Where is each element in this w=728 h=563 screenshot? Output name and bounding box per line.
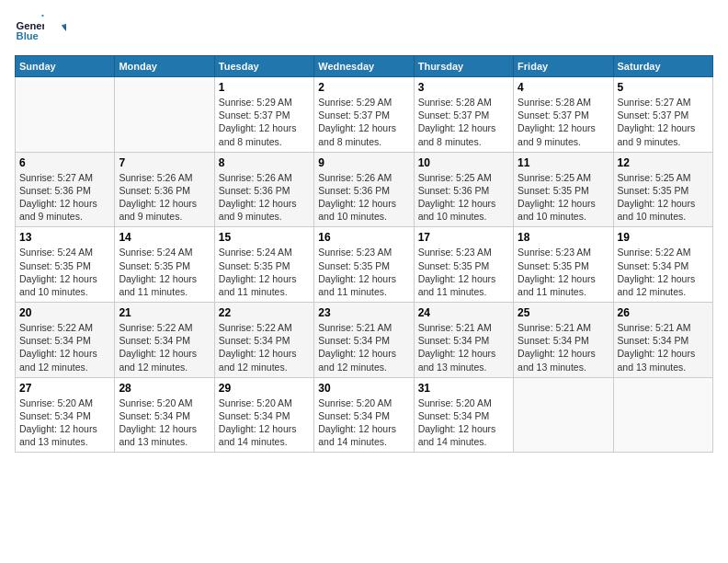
calendar-cell: 31Sunrise: 5:20 AM Sunset: 5:34 PM Dayli…	[414, 377, 513, 453]
calendar-week-5: 27Sunrise: 5:20 AM Sunset: 5:34 PM Dayli…	[16, 377, 713, 453]
day-number: 30	[318, 382, 409, 395]
day-number: 22	[219, 306, 310, 319]
calendar-cell: 30Sunrise: 5:20 AM Sunset: 5:34 PM Dayli…	[314, 377, 414, 453]
calendar-cell: 1Sunrise: 5:29 AM Sunset: 5:37 PM Daylig…	[214, 77, 313, 153]
day-info: Sunrise: 5:23 AM Sunset: 5:35 PM Dayligh…	[418, 246, 509, 298]
day-info: Sunrise: 5:27 AM Sunset: 5:37 PM Dayligh…	[618, 96, 709, 148]
calendar-cell: 24Sunrise: 5:21 AM Sunset: 5:34 PM Dayli…	[414, 303, 513, 378]
calendar-cell: 26Sunrise: 5:21 AM Sunset: 5:34 PM Dayli…	[613, 303, 712, 378]
day-number: 21	[119, 306, 210, 319]
day-info: Sunrise: 5:25 AM Sunset: 5:35 PM Dayligh…	[518, 171, 609, 224]
calendar-cell: 2Sunrise: 5:29 AM Sunset: 5:37 PM Daylig…	[314, 77, 414, 153]
day-number: 12	[618, 156, 709, 169]
logo-icon: General Blue	[15, 15, 44, 44]
calendar-cell: 17Sunrise: 5:23 AM Sunset: 5:35 PM Dayli…	[414, 227, 513, 303]
day-number: 16	[318, 231, 409, 244]
day-info: Sunrise: 5:27 AM Sunset: 5:36 PM Dayligh…	[19, 171, 110, 224]
svg-text:General: General	[17, 20, 44, 31]
calendar-cell: 15Sunrise: 5:24 AM Sunset: 5:35 PM Dayli…	[214, 227, 313, 303]
calendar-cell: 16Sunrise: 5:23 AM Sunset: 5:35 PM Dayli…	[314, 227, 414, 303]
day-number: 11	[518, 156, 609, 169]
day-info: Sunrise: 5:29 AM Sunset: 5:37 PM Dayligh…	[318, 96, 409, 148]
day-number: 4	[518, 81, 609, 94]
day-number: 2	[318, 81, 409, 94]
calendar-body: 1Sunrise: 5:29 AM Sunset: 5:37 PM Daylig…	[16, 77, 713, 453]
calendar-cell: 11Sunrise: 5:25 AM Sunset: 5:35 PM Dayli…	[514, 152, 613, 227]
day-number: 26	[618, 306, 709, 319]
column-header-monday: Monday	[115, 56, 214, 77]
calendar-week-2: 6Sunrise: 5:27 AM Sunset: 5:36 PM Daylig…	[16, 152, 713, 227]
calendar-cell	[613, 377, 712, 453]
day-number: 15	[219, 231, 310, 244]
svg-text:Blue: Blue	[17, 30, 39, 41]
day-number: 9	[318, 156, 409, 169]
day-number: 23	[318, 306, 409, 319]
day-number: 31	[418, 382, 509, 395]
day-number: 6	[19, 156, 110, 169]
day-number: 7	[119, 156, 210, 169]
svg-marker-2	[41, 15, 44, 17]
svg-marker-4	[63, 27, 66, 31]
calendar-cell: 20Sunrise: 5:22 AM Sunset: 5:34 PM Dayli…	[16, 303, 115, 378]
calendar-header-row: SundayMondayTuesdayWednesdayThursdayFrid…	[16, 56, 713, 77]
day-number: 10	[418, 156, 509, 169]
day-info: Sunrise: 5:20 AM Sunset: 5:34 PM Dayligh…	[318, 396, 409, 449]
day-info: Sunrise: 5:20 AM Sunset: 5:34 PM Dayligh…	[19, 396, 110, 449]
day-number: 25	[518, 306, 609, 319]
calendar-cell: 18Sunrise: 5:23 AM Sunset: 5:35 PM Dayli…	[514, 227, 613, 303]
column-header-wednesday: Wednesday	[314, 56, 414, 77]
day-info: Sunrise: 5:29 AM Sunset: 5:37 PM Dayligh…	[219, 96, 310, 148]
day-info: Sunrise: 5:20 AM Sunset: 5:34 PM Dayligh…	[219, 396, 310, 449]
calendar-cell: 6Sunrise: 5:27 AM Sunset: 5:36 PM Daylig…	[16, 152, 115, 227]
calendar-week-1: 1Sunrise: 5:29 AM Sunset: 5:37 PM Daylig…	[16, 77, 713, 153]
day-number: 19	[618, 231, 709, 244]
day-number: 28	[119, 382, 210, 395]
day-number: 24	[418, 306, 509, 319]
calendar-cell: 12Sunrise: 5:25 AM Sunset: 5:35 PM Dayli…	[613, 152, 712, 227]
day-info: Sunrise: 5:24 AM Sunset: 5:35 PM Dayligh…	[219, 246, 310, 298]
column-header-friday: Friday	[514, 56, 613, 77]
calendar-cell: 29Sunrise: 5:20 AM Sunset: 5:34 PM Dayli…	[214, 377, 313, 453]
calendar-table: SundayMondayTuesdayWednesdayThursdayFrid…	[15, 55, 713, 453]
calendar-cell: 14Sunrise: 5:24 AM Sunset: 5:35 PM Dayli…	[115, 227, 214, 303]
day-info: Sunrise: 5:26 AM Sunset: 5:36 PM Dayligh…	[119, 171, 210, 224]
day-info: Sunrise: 5:23 AM Sunset: 5:35 PM Dayligh…	[318, 246, 409, 298]
column-header-tuesday: Tuesday	[214, 56, 313, 77]
day-info: Sunrise: 5:21 AM Sunset: 5:34 PM Dayligh…	[418, 321, 509, 373]
calendar-cell: 19Sunrise: 5:22 AM Sunset: 5:34 PM Dayli…	[613, 227, 712, 303]
calendar-cell	[16, 77, 115, 153]
day-info: Sunrise: 5:26 AM Sunset: 5:36 PM Dayligh…	[318, 171, 409, 224]
logo: General Blue	[15, 15, 66, 44]
day-info: Sunrise: 5:20 AM Sunset: 5:34 PM Dayligh…	[119, 396, 210, 449]
day-info: Sunrise: 5:21 AM Sunset: 5:34 PM Dayligh…	[618, 321, 709, 373]
calendar-cell: 3Sunrise: 5:28 AM Sunset: 5:37 PM Daylig…	[414, 77, 513, 153]
day-info: Sunrise: 5:21 AM Sunset: 5:34 PM Dayligh…	[318, 321, 409, 373]
day-number: 29	[219, 382, 310, 395]
column-header-sunday: Sunday	[16, 56, 115, 77]
calendar-cell: 9Sunrise: 5:26 AM Sunset: 5:36 PM Daylig…	[314, 152, 414, 227]
day-number: 5	[618, 81, 709, 94]
day-number: 17	[418, 231, 509, 244]
day-number: 3	[418, 81, 509, 94]
calendar-week-3: 13Sunrise: 5:24 AM Sunset: 5:35 PM Dayli…	[16, 227, 713, 303]
page-header: General Blue	[15, 15, 713, 44]
day-number: 14	[119, 231, 210, 244]
calendar-cell	[115, 77, 214, 153]
calendar-cell: 21Sunrise: 5:22 AM Sunset: 5:34 PM Dayli…	[115, 303, 214, 378]
calendar-cell: 5Sunrise: 5:27 AM Sunset: 5:37 PM Daylig…	[613, 77, 712, 153]
day-info: Sunrise: 5:25 AM Sunset: 5:36 PM Dayligh…	[418, 171, 509, 224]
calendar-cell: 8Sunrise: 5:26 AM Sunset: 5:36 PM Daylig…	[214, 152, 313, 227]
day-number: 20	[19, 306, 110, 319]
day-info: Sunrise: 5:28 AM Sunset: 5:37 PM Dayligh…	[518, 96, 609, 148]
day-info: Sunrise: 5:25 AM Sunset: 5:35 PM Dayligh…	[618, 171, 709, 224]
calendar-cell: 23Sunrise: 5:21 AM Sunset: 5:34 PM Dayli…	[314, 303, 414, 378]
logo-bird-icon	[50, 22, 66, 39]
calendar-cell	[514, 377, 613, 453]
day-info: Sunrise: 5:21 AM Sunset: 5:34 PM Dayligh…	[518, 321, 609, 373]
day-info: Sunrise: 5:24 AM Sunset: 5:35 PM Dayligh…	[19, 246, 110, 298]
calendar-cell: 7Sunrise: 5:26 AM Sunset: 5:36 PM Daylig…	[115, 152, 214, 227]
day-number: 27	[19, 382, 110, 395]
calendar-cell: 4Sunrise: 5:28 AM Sunset: 5:37 PM Daylig…	[514, 77, 613, 153]
calendar-cell: 10Sunrise: 5:25 AM Sunset: 5:36 PM Dayli…	[414, 152, 513, 227]
day-info: Sunrise: 5:20 AM Sunset: 5:34 PM Dayligh…	[418, 396, 509, 449]
